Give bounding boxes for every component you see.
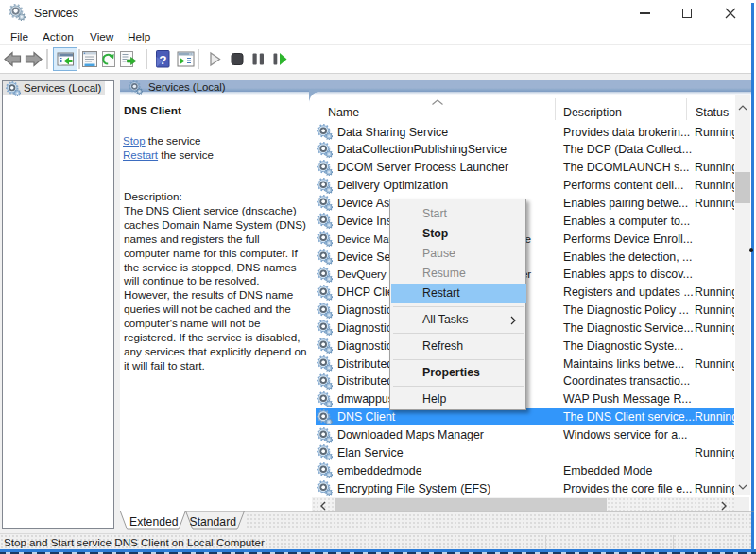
svg-text:Extended: Extended xyxy=(129,515,179,528)
svg-text:Standard: Standard xyxy=(190,515,236,528)
svg-text:?: ? xyxy=(159,53,166,67)
